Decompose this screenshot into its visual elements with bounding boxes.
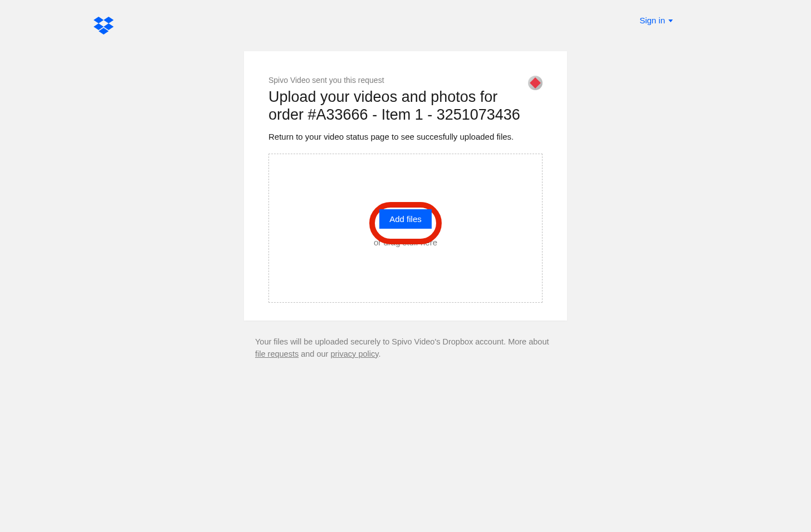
page-title: Upload your videos and photos for order …	[268, 88, 543, 124]
avatar-icon	[530, 77, 541, 88]
dropbox-logo-icon[interactable]	[94, 17, 114, 35]
subtitle-text: Return to your video status page to see …	[268, 132, 543, 141]
drag-hint-text: or drag stuff here	[374, 238, 437, 247]
footer-mid: and our	[299, 349, 330, 358]
footer-suffix: .	[378, 349, 380, 358]
chevron-down-icon	[668, 19, 673, 22]
file-requests-link[interactable]: file requests	[255, 349, 299, 358]
signin-label: Sign in	[639, 16, 665, 25]
sender-text: Spivo Video sent you this request	[268, 76, 543, 85]
add-files-button[interactable]: Add files	[379, 209, 432, 229]
sender-avatar	[528, 76, 543, 90]
file-dropzone[interactable]: Add files or drag stuff here	[268, 154, 543, 303]
signin-dropdown[interactable]: Sign in	[639, 16, 673, 25]
page-header: Sign in	[0, 0, 811, 35]
footer-disclosure: Your files will be uploaded securely to …	[255, 336, 556, 361]
footer-prefix: Your files will be uploaded securely to …	[255, 337, 549, 346]
upload-card: Spivo Video sent you this request Upload…	[244, 51, 567, 321]
privacy-policy-link[interactable]: privacy policy	[330, 349, 378, 358]
